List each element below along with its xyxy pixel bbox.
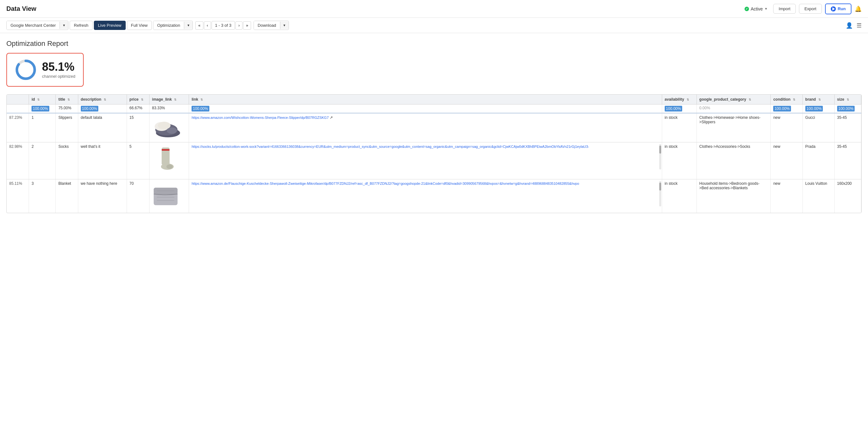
svg-point-6: [167, 128, 177, 134]
data-table: id ⇅ title ⇅ description ⇅ price ⇅: [7, 95, 861, 213]
status-chevron-icon: ▼: [764, 7, 768, 10]
cell-brand-3: Louis Vuitton: [802, 179, 834, 213]
cell-category-2: Clothes->Accessories->Socks: [696, 142, 771, 179]
score-size-pct: 100.00%: [834, 105, 861, 113]
first-page-button[interactable]: «: [195, 21, 203, 30]
notification-bell-icon[interactable]: 🔔: [855, 5, 862, 12]
optimization-dropdown-arrow-icon[interactable]: ▼: [184, 22, 192, 29]
svg-point-10: [166, 164, 173, 169]
donut-chart: [14, 59, 37, 81]
svg-point-1: [17, 61, 35, 79]
status-dot-icon: [745, 7, 749, 11]
cell-condition-2: new: [771, 142, 802, 179]
source-dropdown-arrow-icon[interactable]: ▼: [60, 22, 68, 29]
cell-brand-1: Gucci: [802, 113, 834, 142]
score-id-pct: 100.00%: [29, 105, 56, 113]
cell-size-1: 35-45: [834, 113, 861, 142]
score-title-pct: 75.00%: [56, 105, 78, 113]
export-button[interactable]: Export: [799, 4, 822, 14]
live-preview-button[interactable]: Live Preview: [94, 21, 126, 30]
score-link-pct: 100.00%: [189, 105, 662, 113]
cell-size-3: 160x200: [834, 179, 861, 213]
prev-page-button[interactable]: ‹: [204, 21, 211, 30]
content: Optimization Report 85.1% channel optimi…: [0, 33, 868, 220]
col-header-link[interactable]: link ⇅: [189, 95, 662, 105]
col-header-price[interactable]: price ⇅: [127, 95, 149, 105]
report-title: Optimization Report: [6, 39, 862, 48]
cell-image-1: [149, 113, 189, 142]
slipper-product-image: [152, 115, 181, 139]
import-button[interactable]: Import: [773, 4, 796, 14]
col-header-title[interactable]: title ⇅: [56, 95, 78, 105]
svg-rect-9: [162, 149, 169, 151]
cell-link-1[interactable]: https://www.amazon.com/Wishcotton-Womens…: [189, 113, 662, 142]
scrollbar-thumb: [659, 182, 661, 191]
table-header-row: id ⇅ title ⇅ description ⇅ price ⇅: [7, 95, 861, 105]
table-row: 87.23% 1 Slippers default lalala 15: [7, 113, 861, 142]
col-header-category[interactable]: google_product_category ⇅: [696, 95, 771, 105]
cell-title-1: Slippers: [56, 113, 78, 142]
row-score-3: 85.11%: [7, 179, 29, 213]
sort-icon: ⇅: [818, 98, 821, 101]
col-header-score: [7, 95, 29, 105]
col-header-description[interactable]: description ⇅: [78, 95, 127, 105]
score-price-pct: 66.67%: [127, 105, 149, 113]
cell-condition-1: new: [771, 113, 802, 142]
sort-icon: ⇅: [847, 98, 849, 101]
score-condition-pct: 100.00%: [771, 105, 802, 113]
score-image-pct: 83.33%: [149, 105, 189, 113]
source-label[interactable]: Google Merchant Center: [7, 21, 60, 30]
score-label: channel optimized: [42, 74, 75, 79]
col-header-condition[interactable]: condition ⇅: [771, 95, 802, 105]
sort-icon: ⇅: [37, 98, 40, 101]
score-text: 85.1% channel optimized: [42, 61, 75, 79]
sort-icon: ⇅: [174, 98, 177, 101]
download-dropdown[interactable]: Download ▼: [254, 21, 289, 30]
col-header-id[interactable]: id ⇅: [29, 95, 56, 105]
sort-icon: ⇅: [687, 98, 689, 101]
sort-icon: ⇅: [749, 98, 751, 101]
score-brand-pct: 100.00%: [802, 105, 834, 113]
col-header-availability[interactable]: availability ⇅: [662, 95, 696, 105]
cell-price-1: 15: [127, 113, 149, 142]
col-header-size[interactable]: size ⇅: [834, 95, 861, 105]
score-category-pct: 0.00%: [696, 105, 771, 113]
full-view-button[interactable]: Full View: [127, 21, 152, 30]
user-icon[interactable]: 👤: [846, 22, 853, 29]
refresh-button[interactable]: Refresh: [70, 21, 93, 30]
cell-category-1: Clothes->Homewear->Home shoes->Slippers: [696, 113, 771, 142]
cell-title-2: Socks: [56, 142, 78, 179]
cell-avail-3: in stock: [662, 179, 696, 213]
next-page-button[interactable]: ›: [236, 21, 243, 30]
score-percent: 85.1%: [42, 61, 75, 73]
download-dropdown-arrow-icon[interactable]: ▼: [280, 22, 288, 29]
pagination: « ‹ 1 - 3 of 3 › »: [195, 21, 251, 30]
cell-image-3: [149, 179, 189, 213]
socks-product-image: [152, 144, 181, 176]
header-right: Active ▼ Import Export Run 🔔: [742, 3, 862, 15]
cell-condition-3: new: [771, 179, 802, 213]
last-page-button[interactable]: »: [243, 21, 251, 30]
cell-avail-2: in stock: [662, 142, 696, 179]
download-label[interactable]: Download: [254, 21, 280, 30]
cell-link-3[interactable]: https://www.amazon.de/Flauschige-Kuschel…: [189, 179, 662, 213]
sort-icon: ⇅: [793, 98, 796, 101]
cell-avail-1: in stock: [662, 113, 696, 142]
cell-size-2: 35-45: [834, 142, 861, 179]
source-dropdown[interactable]: Google Merchant Center ▼: [6, 21, 68, 30]
cell-id-2: 2: [29, 142, 56, 179]
col-header-brand[interactable]: brand ⇅: [802, 95, 834, 105]
toolbar: Google Merchant Center ▼ Refresh Live Pr…: [0, 18, 868, 33]
cell-id-1: 1: [29, 113, 56, 142]
table-row: 82.98% 2 Socks well that's it 5: [7, 142, 861, 179]
optimization-dropdown[interactable]: Optimization ▼: [153, 21, 193, 30]
menu-icon[interactable]: ☰: [857, 22, 862, 29]
cell-category-3: Household items->Bedroom goods->Bed acce…: [696, 179, 771, 213]
cell-link-2[interactable]: https://socks.lu/products/cotton-work-so…: [189, 142, 662, 179]
col-header-image-link[interactable]: image_link ⇅: [149, 95, 189, 105]
row-score-1: 87.23%: [7, 113, 29, 142]
optimization-label[interactable]: Optimization: [153, 21, 184, 30]
score-card: 85.1% channel optimized: [6, 53, 84, 87]
run-button[interactable]: Run: [825, 3, 851, 15]
status-badge[interactable]: Active ▼: [742, 5, 770, 13]
